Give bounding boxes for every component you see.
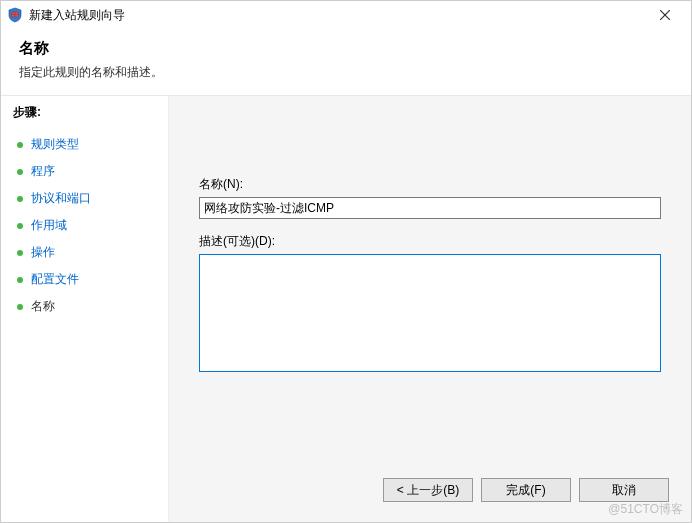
sidebar-item-scope[interactable]: 作用域	[13, 212, 156, 239]
page-title: 名称	[19, 39, 673, 58]
steps-sidebar: 步骤: 规则类型 程序 协议和端口 作用域 操作	[1, 96, 169, 522]
firewall-icon	[7, 7, 23, 23]
sidebar-item-label: 规则类型	[31, 136, 79, 153]
sidebar-item-label: 配置文件	[31, 271, 79, 288]
bullet-icon	[17, 169, 23, 175]
name-input[interactable]	[199, 197, 661, 219]
watermark: @51CTO博客	[608, 501, 683, 518]
bullet-icon	[17, 250, 23, 256]
finish-button[interactable]: 完成(F)	[481, 478, 571, 502]
sidebar-item-label: 名称	[31, 298, 55, 315]
titlebar: 新建入站规则向导	[1, 1, 691, 29]
sidebar-item-rule-type[interactable]: 规则类型	[13, 131, 156, 158]
bullet-icon	[17, 223, 23, 229]
bullet-icon	[17, 304, 23, 310]
description-label: 描述(可选)(D):	[199, 233, 661, 250]
bullet-icon	[17, 142, 23, 148]
steps-label: 步骤:	[13, 104, 156, 121]
wizard-header: 名称 指定此规则的名称和描述。	[1, 29, 691, 95]
close-button[interactable]	[645, 1, 685, 29]
sidebar-item-label: 作用域	[31, 217, 67, 234]
sidebar-item-label: 操作	[31, 244, 55, 261]
sidebar-item-label: 协议和端口	[31, 190, 91, 207]
sidebar-item-protocol-port[interactable]: 协议和端口	[13, 185, 156, 212]
main-panel: 名称(N): 描述(可选)(D):	[169, 96, 691, 522]
sidebar-item-action[interactable]: 操作	[13, 239, 156, 266]
sidebar-item-label: 程序	[31, 163, 55, 180]
sidebar-item-name: 名称	[13, 293, 156, 320]
page-subtitle: 指定此规则的名称和描述。	[19, 64, 673, 81]
back-button[interactable]: < 上一步(B)	[383, 478, 473, 502]
name-label: 名称(N):	[199, 176, 661, 193]
window-title: 新建入站规则向导	[29, 7, 125, 24]
bullet-icon	[17, 277, 23, 283]
wizard-buttons: < 上一步(B) 完成(F) 取消	[383, 478, 669, 502]
cancel-button[interactable]: 取消	[579, 478, 669, 502]
sidebar-item-profile[interactable]: 配置文件	[13, 266, 156, 293]
sidebar-item-program[interactable]: 程序	[13, 158, 156, 185]
bullet-icon	[17, 196, 23, 202]
description-textarea[interactable]	[199, 254, 661, 372]
